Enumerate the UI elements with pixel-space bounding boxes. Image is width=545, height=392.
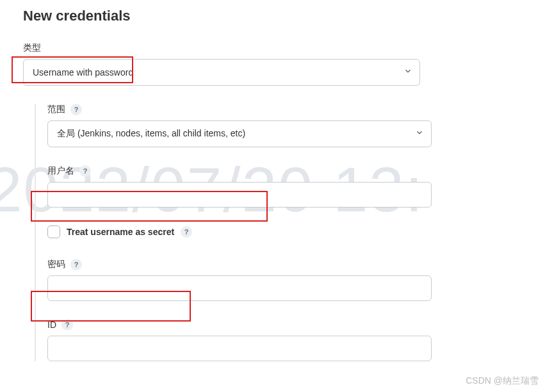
- id-input[interactable]: [47, 336, 432, 361]
- username-label-row: 用户名 ?: [47, 165, 532, 177]
- scope-label: 范围: [47, 104, 65, 115]
- treat-secret-row: Treat username as secret ?: [47, 225, 532, 238]
- password-label-row: 密码 ?: [47, 259, 532, 270]
- csdn-watermark: CSDN @纳兰瑞雪: [466, 375, 539, 387]
- scope-label-row: 范围 ?: [47, 104, 532, 115]
- type-select-value: Username with password: [33, 67, 133, 78]
- treat-secret-label: Treat username as secret: [67, 227, 174, 237]
- help-icon[interactable]: ?: [79, 165, 91, 177]
- username-label: 用户名: [47, 165, 74, 177]
- password-input[interactable]: [47, 275, 432, 301]
- username-input[interactable]: [47, 182, 432, 208]
- help-icon[interactable]: ?: [61, 319, 73, 331]
- type-select[interactable]: Username with password: [23, 59, 420, 86]
- scope-select[interactable]: 全局 (Jenkins, nodes, items, all child ite…: [47, 120, 432, 147]
- page-title: New credentials: [23, 8, 532, 24]
- treat-secret-checkbox[interactable]: [47, 225, 60, 238]
- help-icon[interactable]: ?: [70, 259, 82, 270]
- help-icon[interactable]: ?: [70, 104, 82, 115]
- id-label-row: ID ?: [47, 319, 532, 331]
- password-label: 密码: [47, 259, 65, 270]
- scope-select-value: 全局 (Jenkins, nodes, items, all child ite…: [57, 128, 245, 140]
- help-icon[interactable]: ?: [181, 226, 192, 238]
- type-label: 类型: [23, 42, 532, 54]
- id-label: ID: [47, 320, 56, 330]
